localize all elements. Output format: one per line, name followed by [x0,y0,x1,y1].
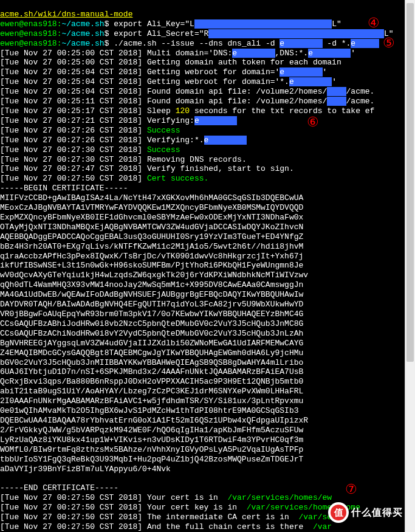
log-timestamp: [Tue Nov 27 00:27:50 CST 2018] [0,493,142,502]
log-timestamp: [Tue Nov 27 00:27:50 CST 2018] [0,174,142,183]
log-msg: Getting domain auth token for each domai… [147,58,341,67]
log-timestamp: [Tue Nov 27 00:25:04 CST 2018] [0,87,142,96]
prompt-user: ewen@enas918 [0,19,57,29]
watermark-text: 什么值得买 [351,506,403,519]
log-timestamp: [Tue Nov 27 00:27:47 CST 2018] [0,164,142,173]
certificate-line: WOMfL0/BIw9rtmFq8zthzsMx5BAhze/nVhhXnyIG… [0,445,303,454]
certificate-line: MIIFVzCCBD+gAwIBAgISAz4La/NcYtH47xXGKXov… [0,193,303,202]
log-timestamp: [Tue Nov 27 00:25:00 CST 2018] [0,58,142,67]
log-timestamp: [Tue Nov 27 00:27:30 CST 2018] [0,145,142,154]
wiki-link: acme.sh/wiki/dns-manual-mode [0,10,132,19]
annotation-7: ⑦ [345,482,357,497]
watermark: 值 什么值得买 [328,502,403,523]
prompt-path: ~/acme.sh [61,19,104,29]
log-timestamp: [Tue Nov 27 00:27:50 CST 2018] [0,522,142,531]
certificate-line: Z4EMAQIBMDcGCysGAQQBgt8TAQEBMCgwJgYIKwYB… [0,348,303,358]
certificate-line: aDaVYIjr39BnYFizBTm7uLYAppyu6/0+4Nvk [0,465,171,474]
log-timestamp: [Tue Nov 27 00:25:17 CST 2018] [0,106,142,116]
certificate-line: ExpMZXQncyBFbmNyeXB0IEF1dGhvcml0eSBYMzAe… [0,213,303,222]
watermark-icon: 值 [328,502,349,523]
log-timestamp: [Tue Nov 27 00:27:50 CST 2018] [0,513,142,522]
certificate-line: MEoxCzAJBgNVBAYTA1VTMRYwFAYDVQQKEw1MZXQn… [0,203,303,212]
certificate-line: q1raAccbzAPfHc3pPex8IQwxK/TsBrjDc/vTK090… [0,252,303,261]
log-timestamp: [Tue Nov 27 00:25:04 CST 2018] [0,77,142,86]
scrollbar-thumb[interactable] [406,3,414,362]
certificate-line: tbbUrIoSY1FgQ3qReBkQ3U93MqbI+Hu2pqP4uZ1b… [0,455,303,464]
success-msg: Success [147,145,180,154]
certificate-line: 2/FrVGkkyQJWW/g5bVARPqzkM942WE0F/hQO6qIg… [0,426,303,435]
certificate-line: bGV0c2VuY3J5cHQub3JnMIIBBAYKKwYBBAHWeQIE… [0,358,303,367]
certificate-line: DQEBCwUAA4IBAQAA78rYbhvatErnG0oXiA1Ft52m… [0,416,308,425]
sleep-seconds: 120 [176,106,190,116]
certificate-line: 2I0AAAFnUNkrMgAABAMARzBFAiAVC1+w5jfdhdmT… [0,396,303,406]
certificate-line: abiT21taB9ugS1UiY/AoAHYAY/Lbzeg7zCzPC3KE… [0,387,303,396]
begin-cert: -----BEGIN CERTIFICATE----- [0,184,128,193]
annotation-4: ④ [368,15,380,31]
certificate-line: DAYDVR0TAQH/BAIwADAdBgNVHQ4EFgQUTIH7qidY… [0,300,303,309]
certificate-line: 0e01wQIhAMvaMkTb2O5IhgBX6wJvS1PdMZcHw1th… [0,406,298,415]
cmd-export-key: export Ali_Key="L [114,19,194,29]
certificate-line: CCsGAQUFBzABhiJodHRw0i8vb2NzcC5pbnQteDMu… [0,319,303,328]
fullchain-path: /var [313,522,332,531]
scrollbar-track[interactable] [405,0,415,532]
cmd-export-secret: export Ali_Secret="R [114,29,208,38]
annotation-5: ⑤ [383,35,395,51]
cert-path: /var/services/homes/ew [228,493,332,502]
log-timestamp: [Tue Nov 27 00:25:04 CST 2018] [0,67,142,77]
cert-success: Cert success. [147,174,208,183]
certificate-line: ikfUfIBSwNSE+L3t15n0wGk+H96skoSUMFBm/Pjt… [0,261,303,270]
success-msg: Success [147,126,180,135]
log-timestamp: [Tue Nov 27 00:27:21 CST 2018] [0,116,142,125]
certificate-line: 6UAJ6IYbtjuD1D7n/nSI+6SPKJMBnd3x2/4AAAFn… [0,367,303,376]
log-timestamp: [Tue Nov 27 00:27:50 CST 2018] [0,503,142,512]
certificate-line: bBz4H3rh20AT0+EXg7qLivs/kNTFfKZwMi1c2M1j… [0,242,303,251]
certificate-line: MA4GA1UdDwEB/wQEAwIFoDAdBgNVHSUEFjAUBggr… [0,290,303,299]
certificate-line: CCsGAQUFBzAChiNodHRw0i8vY2VydC5pbnQteDMu… [0,329,303,338]
certificate-line: BgNVHREEGjAYggsqLmV3ZW4udGVjaIIJZXdlbi50… [0,339,303,348]
log-timestamp: [Tue Nov 27 00:27:26 CST 2018] [0,126,142,135]
certificate-line: QcRxjBxvi3qps/Ba880B6nRsppJ0DxH2oVPPXXAC… [0,377,303,386]
end-cert: -----END CERTIFICATE----- [0,483,118,492]
certificate-line: AQEBBQADggEPADCCAQoCggEBAL3usQ3oGUHUHI0S… [0,232,303,241]
certificate-line: wV0dQcvAXyGTeYqiu1kjH4wLzqdsZW6qxgkTk20j… [0,271,308,280]
certificate-line: OTAyMjQxNTI3NDhaMBQxEjAQBgNVBAMTCWV3ZW4u… [0,223,303,232]
cmd-issue: ./acme.sh --issue --dns dns_ali -d [114,39,280,48]
certificate-body: MIIFVzCCBD+gAwIBAgISAz4La/NcYtH47xXGKXov… [0,193,405,474]
certificate-line: qQh0dTL4WamMHQ3X93vMW14nooJay2MwSq5mM1c+… [0,280,303,289]
certificate-line: VR0jBBgwFoAUqEpqYwR93brm0Tm3pkV17/0o7KEw… [0,309,303,319]
log-timestamp: [Tue Nov 27 00:25:00 CST 2018] [0,49,142,58]
intermediate-path: /var/se [299,513,332,522]
annotation-6: ⑥ [307,114,319,130]
log-timestamp: [Tue Nov 27 00:25:11 CST 2018] [0,97,142,106]
terminal-output: acme.sh/wiki/dns-manual-mode ewen@enas91… [0,0,405,532]
log-timestamp: [Tue Nov 27 00:27:30 CST 2018] [0,155,142,164]
certificate-line: LyRzUaQAz8iYKU8kx41up1W+VIKvis+n3vUDsKID… [0,435,303,444]
log-timestamp: [Tue Nov 27 00:27:26 CST 2018] [0,136,142,145]
